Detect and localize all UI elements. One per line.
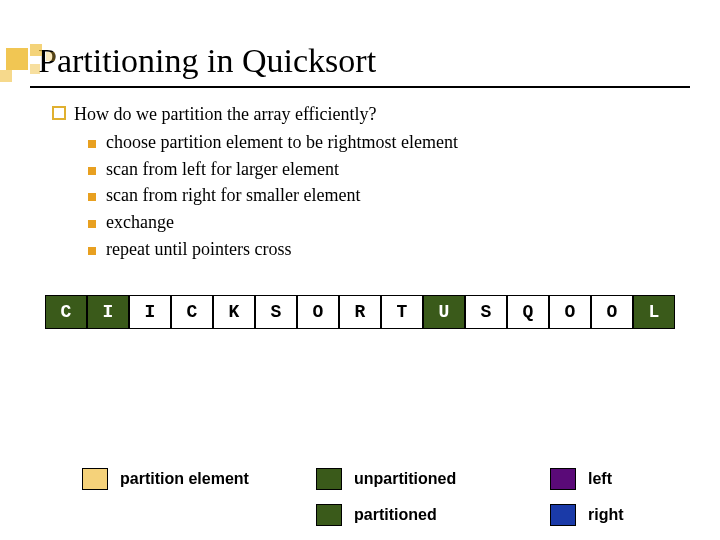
body-content: How do we partition the array efficientl… xyxy=(52,102,720,263)
legend: partition element unpartitioned partitio… xyxy=(0,468,720,526)
sub-bullet-list: choose partition element to be rightmost… xyxy=(88,129,720,263)
deco-square xyxy=(30,44,42,56)
deco-square xyxy=(6,48,28,70)
question-text: How do we partition the array efficientl… xyxy=(74,102,377,127)
list-item: scan from right for smaller element xyxy=(88,182,720,209)
array-cell: S xyxy=(465,295,507,329)
deco-square xyxy=(30,64,40,74)
square-bullet-icon xyxy=(88,247,96,255)
legend-label: left xyxy=(588,470,638,488)
list-item: exchange xyxy=(88,209,720,236)
bullet-text: scan from right for smaller element xyxy=(106,183,360,208)
square-bullet-icon xyxy=(88,167,96,175)
square-bullet-icon xyxy=(88,193,96,201)
swatch-olive xyxy=(316,504,342,526)
legend-label: unpartitioned xyxy=(354,470,494,488)
list-item: repeat until pointers cross xyxy=(88,236,720,263)
array-cell: T xyxy=(381,295,423,329)
array-cell: O xyxy=(549,295,591,329)
deco-square xyxy=(0,70,12,82)
array-cell: L xyxy=(633,295,675,329)
square-bullet-icon xyxy=(88,220,96,228)
array-cell: S xyxy=(255,295,297,329)
square-bullet-icon xyxy=(88,140,96,148)
swatch-purple xyxy=(550,468,576,490)
corner-decoration xyxy=(0,42,70,92)
legend-row-partitioned: partitioned xyxy=(316,504,494,526)
array-cell: C xyxy=(171,295,213,329)
list-item: choose partition element to be rightmost… xyxy=(88,129,720,156)
bullet-text: exchange xyxy=(106,210,174,235)
bullet-text: repeat until pointers cross xyxy=(106,237,291,262)
swatch-blue xyxy=(550,504,576,526)
array-cell: Q xyxy=(507,295,549,329)
legend-label: partitioned xyxy=(354,506,494,524)
swatch-tan xyxy=(82,468,108,490)
legend-label: right xyxy=(588,506,638,524)
array-cell: C xyxy=(45,295,87,329)
array-cell: R xyxy=(339,295,381,329)
swatch-olive xyxy=(316,468,342,490)
bullet-text: scan from left for larger element xyxy=(106,157,339,182)
array-diagram: C I I C K S O R T U S Q O O L xyxy=(0,295,720,329)
slide: Partitioning in Quicksort How do we part… xyxy=(0,42,720,540)
deco-square xyxy=(46,52,55,61)
list-item: scan from left for larger element xyxy=(88,156,720,183)
legend-row-unpartitioned: unpartitioned xyxy=(316,468,494,490)
legend-label: partition element xyxy=(120,470,260,488)
page-title: Partitioning in Quicksort xyxy=(38,42,720,80)
array-cell: O xyxy=(591,295,633,329)
legend-column: left right xyxy=(550,468,638,526)
array-cell: O xyxy=(297,295,339,329)
question-line: How do we partition the array efficientl… xyxy=(52,102,720,127)
legend-column: partition element xyxy=(82,468,260,526)
array-cell: I xyxy=(87,295,129,329)
array-cell: U xyxy=(423,295,465,329)
bullet-text: choose partition element to be rightmost… xyxy=(106,130,458,155)
array-cell: K xyxy=(213,295,255,329)
array-cell: I xyxy=(129,295,171,329)
legend-column: unpartitioned partitioned xyxy=(316,468,494,526)
legend-row-left: left xyxy=(550,468,638,490)
legend-row-partition: partition element xyxy=(82,468,260,490)
legend-row-right: right xyxy=(550,504,638,526)
title-rule xyxy=(30,86,690,88)
hollow-square-bullet-icon xyxy=(52,106,66,120)
